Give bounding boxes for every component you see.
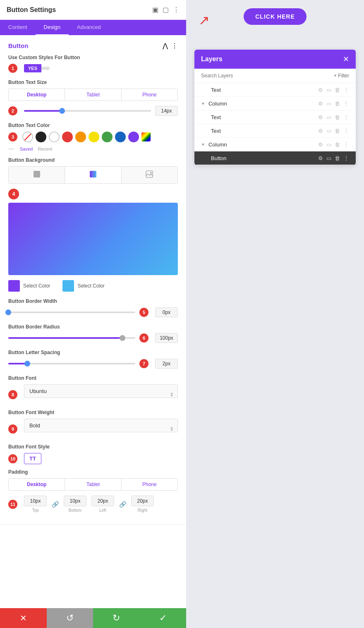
layer-settings-icon[interactable]: ⚙: [318, 87, 323, 93]
layer-copy-icon[interactable]: ▭: [326, 87, 331, 93]
collapse-icon[interactable]: ⋀: [163, 42, 168, 50]
layer-delete-icon-4[interactable]: 🗑: [335, 128, 340, 134]
device-tab-tablet[interactable]: Tablet: [65, 89, 121, 101]
padding-bottom-value[interactable]: 10px: [64, 496, 86, 506]
layer-more-icon-4[interactable]: ⋮: [343, 127, 349, 134]
undo-button[interactable]: ↺: [47, 608, 93, 628]
color-gradient-picker[interactable]: [141, 132, 151, 141]
panel-body: Button ⋀ ⋮ Use Custom Styles For Button …: [0, 35, 186, 525]
layer-copy-icon-3[interactable]: ▭: [326, 114, 331, 120]
color-yellow[interactable]: [89, 132, 99, 142]
layer-delete-icon[interactable]: 🗑: [335, 87, 340, 93]
layers-search-input[interactable]: [201, 73, 334, 79]
color-black[interactable]: [36, 132, 46, 142]
layers-filter-button[interactable]: + Filter: [334, 73, 349, 79]
layer-copy-icon-5[interactable]: ▭: [326, 141, 331, 148]
text-size-track[interactable]: [24, 110, 151, 112]
letter-spacing-track[interactable]: [8, 363, 135, 364]
layer-copy-icon-6[interactable]: ▭: [326, 155, 331, 161]
layer-delete-icon-5[interactable]: 🗑: [335, 141, 340, 148]
layer-settings-icon-6[interactable]: ⚙: [318, 155, 323, 161]
recent-label[interactable]: Recent: [38, 146, 52, 151]
color-orange[interactable]: [75, 132, 86, 142]
bg-section: Button Background 4: [8, 157, 178, 292]
layer-more-icon-3[interactable]: ⋮: [343, 114, 349, 120]
save-button[interactable]: ✓: [140, 608, 187, 628]
border-radius-thumb[interactable]: [120, 335, 125, 341]
header-icons: ▣ ▢ ⋮: [152, 6, 180, 14]
layer-more-icon-5[interactable]: ⋮: [343, 141, 349, 148]
color-blue[interactable]: [115, 132, 126, 142]
layers-close-button[interactable]: ✕: [343, 55, 349, 64]
layer-settings-icon-2[interactable]: ⚙: [318, 101, 323, 107]
device-tab-desktop[interactable]: Desktop: [9, 89, 65, 101]
padding-tab-phone[interactable]: Phone: [122, 479, 177, 490]
padding-link-icon-2[interactable]: 🔗: [119, 501, 126, 508]
bg-type-solid[interactable]: [9, 167, 65, 183]
color-red[interactable]: [62, 132, 73, 142]
tab-advanced[interactable]: Advanced: [69, 20, 109, 35]
layer-settings-icon-3[interactable]: ⚙: [318, 114, 323, 120]
text-size-thumb[interactable]: [59, 108, 65, 114]
cancel-button[interactable]: ✕: [0, 608, 47, 628]
padding-link-icon-1[interactable]: 🔗: [52, 501, 59, 508]
letter-spacing-thumb[interactable]: [24, 361, 30, 367]
redo-button[interactable]: ↻: [93, 608, 140, 628]
color-transparent[interactable]: [22, 132, 33, 142]
bg-type-image[interactable]: [122, 167, 177, 183]
padding-left-value[interactable]: 20px: [91, 496, 114, 506]
toggle-no[interactable]: [41, 67, 50, 70]
layer-more-icon[interactable]: ⋮: [343, 86, 349, 93]
border-width-track[interactable]: [8, 312, 135, 313]
color-purple[interactable]: [128, 132, 139, 142]
layout-icon[interactable]: ▢: [163, 6, 169, 14]
layer-settings-icon-5[interactable]: ⚙: [318, 141, 323, 148]
device-tab-phone[interactable]: Phone: [122, 89, 177, 101]
color1-select[interactable]: Select Color: [8, 280, 50, 292]
saved-label[interactable]: Saved: [20, 146, 33, 151]
text-size-value[interactable]: 14px: [155, 106, 178, 116]
font-weight-select[interactable]: Bold: [24, 419, 178, 432]
layer-chevron-2[interactable]: ▼: [201, 142, 205, 147]
toggle-switch[interactable]: YES: [24, 64, 50, 72]
layer-delete-icon-6[interactable]: 🗑: [335, 155, 340, 161]
tab-design[interactable]: Design: [36, 20, 69, 35]
click-here-button[interactable]: CLICK HERE: [244, 8, 307, 25]
color-swatches: 3: [8, 132, 178, 142]
layer-more-icon-2[interactable]: ⋮: [343, 100, 349, 107]
layer-settings-icon-4[interactable]: ⚙: [318, 128, 323, 134]
layer-copy-icon-4[interactable]: ▭: [326, 128, 331, 134]
border-radius-value[interactable]: 100px: [155, 333, 178, 343]
screen-icon[interactable]: ▣: [152, 6, 158, 14]
font-select[interactable]: Ubuntu: [24, 384, 178, 398]
layer-delete-icon-3[interactable]: 🗑: [335, 114, 340, 120]
toggle-yes[interactable]: YES: [24, 64, 41, 72]
font-style-tt[interactable]: TT: [24, 453, 41, 464]
more-icon[interactable]: ⋮: [173, 6, 180, 14]
padding-top-value[interactable]: 10px: [24, 496, 47, 506]
layer-copy-icon-2[interactable]: ▭: [326, 101, 331, 107]
panel-title: Button Settings: [7, 6, 56, 14]
layer-name-column-1: Column: [208, 101, 315, 107]
bg-type-gradient[interactable]: [65, 167, 121, 183]
layer-more-icon-6[interactable]: ⋮: [343, 155, 349, 161]
border-width-value[interactable]: 0px: [155, 307, 178, 317]
svg-rect-0: [34, 171, 40, 177]
color2-select[interactable]: Select Color: [62, 280, 104, 292]
layer-delete-icon-2[interactable]: 🗑: [335, 101, 340, 107]
border-radius-track[interactable]: [8, 337, 135, 339]
color-white[interactable]: [49, 132, 60, 142]
bg-label: Button Background: [8, 157, 178, 163]
padding-tab-desktop[interactable]: Desktop: [9, 479, 65, 490]
border-width-thumb[interactable]: [5, 309, 11, 315]
layer-chevron-1[interactable]: ▼: [201, 101, 205, 106]
padding-tab-tablet[interactable]: Tablet: [65, 479, 121, 490]
color-green[interactable]: [102, 132, 113, 142]
section-more-icon[interactable]: ⋮: [171, 42, 178, 50]
layers-search-bar: + Filter: [194, 69, 356, 83]
padding-row: 10px Top 🔗 10px Bottom 20px Left 🔗: [24, 496, 154, 513]
letter-spacing-value[interactable]: 2px: [155, 359, 178, 369]
tab-content[interactable]: Content: [0, 20, 36, 35]
padding-right-value[interactable]: 20px: [131, 496, 154, 506]
step-7: 7: [139, 359, 148, 368]
